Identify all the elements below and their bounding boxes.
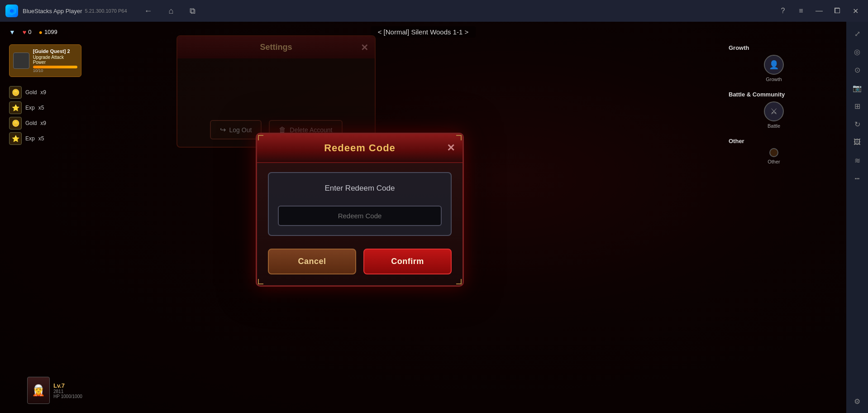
confirm-button[interactable]: Confirm — [363, 249, 452, 274]
quest-description: Upgrade Attack Power — [33, 55, 77, 65]
app-name-label: BlueStacks App Player — [23, 8, 82, 14]
sidebar-screenshot-button[interactable]: 📷 — [849, 80, 865, 96]
help-button[interactable]: ? — [776, 4, 790, 18]
character-avatar: 🧝 — [27, 377, 50, 404]
redeem-code-input[interactable] — [278, 206, 442, 226]
corner-decoration-bl — [258, 279, 263, 284]
settings-title-bar: Settings ✕ — [177, 36, 375, 58]
quest-card[interactable]: [Guide Quest] 2 Upgrade Attack Power 10/… — [9, 44, 81, 77]
hud-coins: ● 1099 — [38, 29, 57, 36]
settings-title: Settings — [260, 43, 292, 52]
gold2-label: Gold — [25, 120, 37, 126]
other-title: Other — [729, 138, 819, 144]
sidebar-more-button[interactable]: ••• — [849, 170, 865, 187]
other-section: Other Other — [729, 138, 819, 164]
corner-decoration-tr — [456, 135, 462, 140]
character-level: Lv.7 — [53, 382, 82, 389]
menu-button[interactable]: ≡ — [794, 4, 808, 18]
tabs-button[interactable]: ⧉ — [186, 5, 199, 18]
svg-marker-1 — [10, 9, 14, 13]
minimize-button[interactable]: — — [812, 4, 826, 18]
battle-icon: ⚔ — [764, 101, 784, 121]
corner-decoration-tl — [258, 135, 263, 140]
character-area: 🧝 Lv.7 2811 HP 1000/1000 — [27, 377, 82, 404]
hearts-value: 0 — [28, 29, 31, 35]
cancel-button[interactable]: Cancel — [268, 249, 356, 274]
battle-section: Battle & Community ⚔ Battle — [729, 91, 819, 129]
restore-button[interactable]: ⧠ — [830, 4, 844, 18]
other-button[interactable]: Other — [729, 148, 819, 164]
gold-label: Gold — [25, 89, 37, 96]
sidebar-record-button[interactable]: ⊙ — [849, 62, 865, 78]
growth-title: Growth — [729, 44, 819, 51]
sidebar-photo-button[interactable]: 🖼 — [849, 134, 865, 150]
redeem-body: Enter Redeem Code — [257, 163, 463, 240]
redeem-input-box: Enter Redeem Code — [268, 172, 452, 236]
sidebar-camera-button[interactable]: ◎ — [849, 43, 865, 60]
list-item: ⭐ Exp x5 — [9, 101, 81, 114]
gold2-count: x9 — [40, 120, 46, 126]
character-info: 🧝 Lv.7 2811 HP 1000/1000 — [27, 377, 82, 404]
list-item: ⭐ Exp x5 — [9, 132, 81, 145]
other-icon — [769, 148, 778, 157]
quest-title: [Guide Quest] 2 — [33, 48, 77, 54]
redeem-buttons: Cancel Confirm — [257, 240, 463, 285]
quest-info: [Guide Quest] 2 Upgrade Attack Power 10/… — [33, 48, 77, 73]
left-panel: [Guide Quest] 2 Upgrade Attack Power 10/… — [9, 44, 81, 145]
gold-count: x9 — [40, 89, 46, 96]
logout-button[interactable]: ↪ Log Out — [210, 120, 262, 139]
bluestacks-logo — [5, 5, 18, 17]
redeem-title-bar: Redeem Code ✕ — [257, 134, 463, 163]
close-button[interactable]: ✕ — [848, 4, 863, 18]
battle-community-title: Battle & Community — [729, 91, 819, 98]
logout-label: Log Out — [229, 126, 252, 134]
coin-icon: ● — [38, 29, 42, 36]
exp-label: Exp — [25, 105, 35, 111]
sidebar-zoom-button[interactable]: ⊞ — [849, 98, 865, 114]
settings-close-button[interactable]: ✕ — [361, 42, 368, 53]
quest-avatar — [13, 53, 29, 69]
character-stats: Lv.7 2811 HP 1000/1000 — [53, 382, 82, 399]
level-icon: ▼ — [9, 29, 15, 36]
battle-button[interactable]: ⚔ Battle — [729, 101, 819, 129]
logout-icon: ↪ — [220, 125, 226, 134]
exp-count: x5 — [38, 105, 44, 111]
list-item: 🪙 Gold x9 — [9, 117, 81, 130]
exp2-label: Exp — [25, 135, 35, 142]
game-background: ▼ ♥ 0 ● 1099 < [Normal] Silent Woods 1-1… — [0, 22, 846, 413]
sidebar-resize-button[interactable]: ⤢ — [849, 25, 865, 42]
sidebar-settings-button[interactable]: ⚙ — [849, 393, 865, 409]
titlebar: BlueStacks App Player 5.21.300.1070 P64 … — [0, 0, 868, 22]
exp-icon: ⭐ — [9, 101, 22, 114]
growth-button[interactable]: 👤 Growth — [729, 55, 819, 82]
game-hud-top: ▼ ♥ 0 ● 1099 < [Normal] Silent Woods 1-1… — [0, 26, 846, 38]
home-button[interactable]: ⌂ — [165, 5, 177, 18]
stage-title: < [Normal] Silent Woods 1-1 > — [371, 26, 476, 38]
hud-hearts: ♥ 0 — [23, 29, 32, 36]
settings-backdrop: Settings ✕ ↪ Log Out 🗑 Delete Account — [176, 35, 376, 148]
growth-icon: 👤 — [764, 55, 784, 75]
right-panel: Growth 👤 Growth Battle & Community ⚔ Bat… — [729, 44, 819, 164]
other-label: Other — [768, 159, 780, 164]
right-sidebar: ⤢ ◎ ⊙ 📷 ⊞ ↻ 🖼 ≋ ••• ⚙ — [846, 22, 868, 413]
heart-icon: ♥ — [23, 29, 26, 36]
settings-body — [177, 58, 375, 113]
redeem-placeholder-text: Enter Redeem Code — [278, 184, 442, 193]
hud-resources: ▼ ♥ 0 ● 1099 — [9, 29, 57, 36]
window-controls: ? ≡ — ⧠ ✕ — [776, 4, 863, 18]
sidebar-shake-button[interactable]: ≋ — [849, 152, 865, 168]
redeem-close-button[interactable]: ✕ — [447, 142, 455, 154]
character-power: 2811 — [53, 389, 82, 394]
corner-decoration-br — [456, 279, 462, 284]
back-button[interactable]: ← — [141, 5, 156, 18]
sidebar-rotate-button[interactable]: ↻ — [849, 116, 865, 132]
hud-level: ▼ — [9, 29, 15, 36]
redeem-code-modal: Redeem Code ✕ Enter Redeem Code Cancel C… — [256, 133, 464, 287]
exp2-count: x5 — [38, 135, 44, 142]
growth-section: Growth 👤 Growth — [729, 44, 819, 82]
redeem-title: Redeem Code — [324, 142, 396, 154]
coins-value: 1099 — [44, 29, 57, 35]
app-version-label: 5.21.300.1070 P64 — [85, 8, 127, 14]
titlebar-nav: ← ⌂ ⧉ — [141, 5, 200, 18]
exp2-icon: ⭐ — [9, 132, 22, 145]
